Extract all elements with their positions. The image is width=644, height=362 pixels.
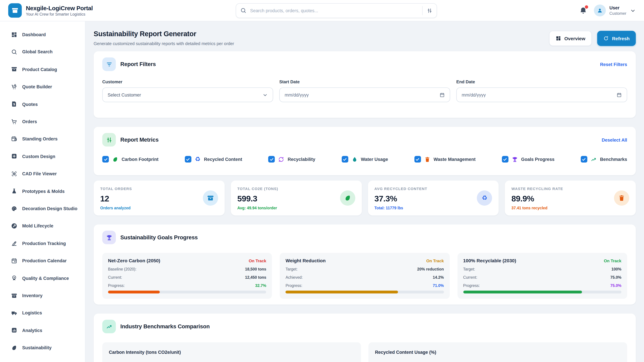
checkbox-checked[interactable]: [581, 156, 587, 163]
cart-plus-icon: [11, 84, 17, 90]
goal-progress-bar: [286, 291, 444, 294]
sidebar-item-sustainability[interactable]: Sustainability: [0, 339, 85, 357]
goal-card-100-recyclable-2030-: 100% Recyclable (2030)On TrackTarget:100…: [457, 253, 627, 299]
sidebar-item-orders[interactable]: Orders: [0, 113, 85, 130]
truck-icon: [11, 310, 17, 316]
overview-button[interactable]: Overview: [549, 31, 592, 46]
stat-subtext: Avg: 49.94 tons/order: [237, 206, 355, 210]
checkbox-checked[interactable]: [185, 156, 191, 163]
app-window: Nexgile-LogiCrew Portal Your AI Crew for…: [0, 0, 644, 362]
sidebar-item-production-tracking[interactable]: Production Tracking: [0, 235, 85, 252]
page-subtitle: Generate customized sustainability repor…: [94, 41, 234, 46]
sidebar-item-inventory[interactable]: Inventory: [0, 287, 85, 304]
search-input[interactable]: [246, 8, 422, 13]
sidebar-item-label: Quote Builder: [22, 84, 52, 90]
stat-subtext: Total: 11779 lbs: [374, 206, 492, 210]
sidebar-item-label: Production Tracking: [22, 240, 66, 246]
goal-row-label: Current:: [108, 275, 122, 280]
metric-label: Goals Progress: [521, 157, 554, 162]
svg-text:$: $: [13, 103, 15, 106]
user-name: User: [610, 5, 626, 11]
sidebar-item-label: Sustainability: [22, 345, 52, 351]
goal-progress-value: 32.7%: [255, 283, 266, 288]
rosette-icon: [11, 275, 17, 281]
goal-row-label: Target:: [463, 267, 475, 271]
sidebar-item-production-calendar[interactable]: Production Calendar: [0, 252, 85, 270]
sidebar-item-custom-design[interactable]: Custom Design: [0, 148, 85, 165]
sidebar-item-product-catalog[interactable]: Product Catalog: [0, 61, 85, 78]
goal-status-badge: On Track: [249, 258, 266, 263]
stat-label: TOTAL CO2E (TONS): [237, 187, 355, 191]
goal-row-label: Baseline (2020):: [108, 267, 136, 271]
sidebar-item-label: CAD File Viewer: [22, 171, 57, 177]
goal-row-value: 18,500 tons: [245, 267, 266, 271]
metric-checkbox-goals-progress[interactable]: Goals Progress: [502, 156, 554, 163]
sidebar-item-standing-orders[interactable]: Standing Orders: [0, 130, 85, 148]
metric-checkbox-water-usage[interactable]: Water Usage: [342, 156, 388, 163]
palette-icon: [11, 205, 17, 212]
checkbox-checked[interactable]: [268, 156, 275, 163]
sidebar-item-global-search[interactable]: Global Search: [0, 43, 85, 61]
sliders-icon: [102, 133, 116, 146]
user-menu[interactable]: User Customer: [594, 4, 636, 16]
sidebar-item-label: Dashboard: [22, 32, 46, 37]
sidebar-item-dashboard[interactable]: Dashboard: [0, 26, 85, 43]
recycle-icon: ♻: [194, 156, 201, 162]
calendar-icon: [440, 92, 445, 97]
sidebar-item-mold-lifecycle[interactable]: Mold Lifecycle: [0, 217, 85, 235]
goal-row-value: 100%: [612, 267, 622, 271]
checkbox-checked[interactable]: [414, 156, 421, 163]
goal-progress-label: Progress:: [108, 283, 125, 288]
customer-select[interactable]: Select Customer: [102, 87, 273, 102]
chevron-down-icon: [262, 92, 268, 97]
trash-icon: [424, 156, 430, 162]
stat-label: AVG RECYCLED CONTENT: [374, 187, 492, 191]
benchmarks-title: Industry Benchmarks Comparison: [120, 324, 627, 330]
benchmarks-card: Industry Benchmarks Comparison Carbon In…: [94, 314, 636, 362]
leaf-icon: [340, 190, 355, 206]
checkbox-checked[interactable]: [102, 156, 109, 163]
stat-value: 12: [100, 194, 218, 203]
sidebar-item-analytics[interactable]: Analytics: [0, 322, 85, 339]
sidebar-item-label: Global Search: [22, 49, 52, 55]
sidebar-item-quote-builder[interactable]: Quote Builder: [0, 78, 85, 95]
notifications-button[interactable]: [579, 6, 587, 14]
goals-card: Sustainability Goals Progress Net-Zero C…: [94, 225, 636, 305]
metric-checkbox-benchmarks[interactable]: Benchmarks: [581, 156, 627, 163]
metric-checkbox-recycled-content[interactable]: ♻Recycled Content: [185, 156, 242, 163]
goal-status-badge: On Track: [426, 258, 444, 263]
brand-name: Nexgile-LogiCrew Portal: [26, 5, 93, 11]
main-content: Sustainability Report Generator Generate…: [85, 21, 644, 362]
reset-filters-link[interactable]: Reset Filters: [600, 62, 627, 67]
sidebar-item-cad-file-viewer[interactable]: CAD File Viewer: [0, 165, 85, 183]
deselect-all-link[interactable]: Deselect All: [602, 137, 627, 142]
refresh-icon: [604, 36, 609, 41]
checkbox-checked[interactable]: [502, 156, 508, 163]
goal-status-badge: On Track: [604, 258, 621, 263]
sidebar-item-label: Standing Orders: [22, 136, 58, 142]
metric-checkbox-carbon-footprint[interactable]: Carbon Footprint: [102, 156, 158, 163]
grid-icon: [11, 31, 17, 38]
customer-label: Customer: [102, 79, 273, 84]
goal-progress-bar: [463, 291, 622, 294]
sidebar-item-quotes[interactable]: $Quotes: [0, 95, 85, 113]
checkbox-checked[interactable]: [342, 156, 348, 163]
goal-progress-label: Progress:: [463, 283, 480, 288]
sidebar-item-quality-compliance[interactable]: Quality & Compliance: [0, 270, 85, 287]
sidebar-item-logistics[interactable]: Logistics: [0, 304, 85, 322]
stat-subtext: Orders analyzed: [100, 206, 218, 210]
sidebar-item-decoration-design-studio[interactable]: Decoration Design Studio: [0, 200, 85, 217]
refresh-button[interactable]: Refresh: [597, 31, 636, 46]
box-icon: [11, 293, 17, 299]
sidebar-item-prototypes-molds[interactable]: Prototypes & Molds: [0, 183, 85, 200]
chevron-down-icon: [630, 7, 636, 13]
end-date-input[interactable]: [456, 87, 627, 102]
start-date-input[interactable]: [279, 87, 450, 102]
metric-checkbox-waste-management[interactable]: Waste Management: [414, 156, 476, 163]
sidebar: DashboardGlobal SearchProduct CatalogQuo…: [0, 21, 85, 362]
benchmark-card-carbon-intensity-tons-co2e-unit-: Carbon Intensity (tons CO2e/unit): [102, 342, 361, 362]
search-filter-button[interactable]: [422, 6, 432, 15]
sidebar-item-label: Custom Design: [22, 153, 55, 159]
box-icon: [11, 66, 17, 72]
metric-checkbox-recyclability[interactable]: Recyclability: [268, 156, 315, 163]
